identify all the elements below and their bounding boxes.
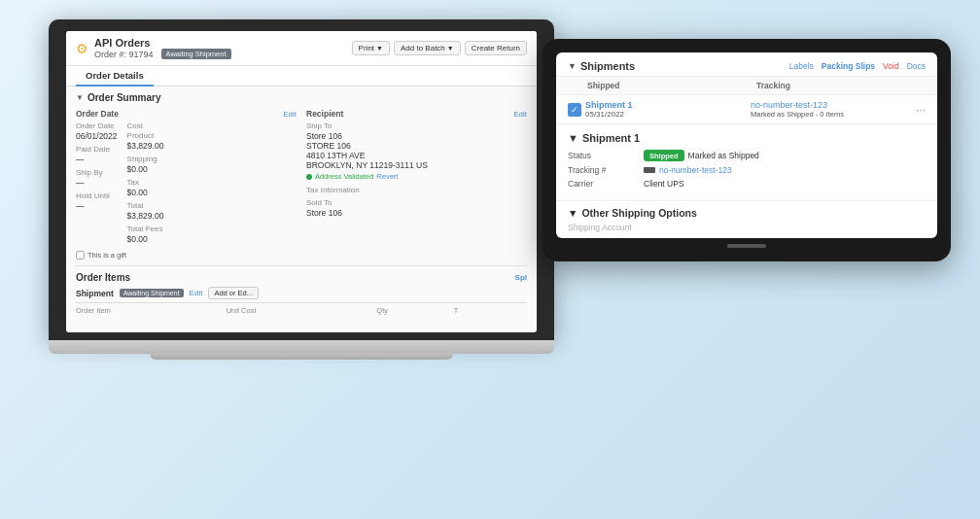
carrier-label: Carrier: [568, 179, 636, 189]
tablet-shipment-name[interactable]: Shipment 1: [585, 100, 747, 110]
shipping-account-label: Shipping Account: [568, 223, 926, 232]
total-fees-label: Total Fees: [127, 225, 164, 233]
nav-docs[interactable]: Docs: [907, 61, 926, 71]
print-button[interactable]: Print ▼: [352, 41, 390, 55]
sold-to-label: Sold To: [306, 198, 527, 207]
sold-to-group: Sold To Store 106: [306, 198, 527, 218]
tablet-shipments-title: Shipments: [580, 60, 635, 72]
tracking-row: Tracking # no-number-test-123: [568, 165, 926, 175]
tablet-shipment-date: 05/31/2022: [585, 110, 747, 119]
carrier-row: Carrier Client UPS: [568, 179, 926, 189]
order-number: Order #: 91794: [94, 50, 154, 59]
app-header-left: ⚙ API Orders Order #: 91794 Awaiting Shi…: [76, 37, 231, 59]
shipment-row: Shipment Awaiting Shipment Edit Add or E…: [76, 287, 527, 299]
col-shipped-header: Shipped: [587, 81, 756, 90]
col-tracking-header: Tracking: [756, 81, 926, 90]
tablet-shipments-chevron: ▼: [568, 61, 577, 71]
cost-col: Cost Product $3,829.00 Shipping $0.00: [127, 121, 164, 248]
sold-to-value: Store 106: [306, 208, 527, 218]
ship-to-label: Ship To: [306, 121, 527, 130]
left-edit-link[interactable]: Edit: [283, 110, 297, 119]
revert-link[interactable]: Revert: [376, 172, 398, 181]
split-link[interactable]: Spl: [515, 273, 527, 282]
order-items-header: Order Items Spl: [76, 272, 527, 283]
app-header: ⚙ API Orders Order #: 91794 Awaiting Shi…: [66, 31, 537, 66]
add-edit-button[interactable]: Add or Ed...: [208, 287, 259, 299]
tablet-tracking-info: no-number-test-123 Marked as Shipped - 0…: [751, 100, 912, 119]
product-value: $3,829.00: [127, 141, 164, 151]
status-row: Status Shipped Marked as Shipped: [568, 150, 926, 161]
order-fields-grid: Order Date 06/01/2022 Paid Date — Ship B…: [76, 121, 297, 248]
tracking-value[interactable]: no-number-test-123: [659, 165, 732, 175]
add-to-batch-button[interactable]: Add to Batch ▼: [394, 41, 461, 55]
address-validated-row: Address Validated Revert: [306, 172, 527, 181]
ship-by-field: Ship By —: [76, 168, 118, 188]
tablet-shipment-info: Shipment 1 05/31/2022: [585, 100, 747, 119]
order-summary-right: Recipient Edit Ship To Store 106 STORE 1…: [306, 109, 527, 260]
tablet-shipment-row[interactable]: ✓ Shipment 1 05/31/2022 no-number-test-1…: [556, 95, 937, 124]
tablet-tracking-sub: Marked as Shipped - 0 Items: [751, 110, 912, 119]
ship-by-label: Ship By: [76, 168, 118, 177]
tablet-bezel: ▼ Shipments Labels Packing Slips Void Do…: [542, 39, 951, 261]
tab-bar: Order Details: [66, 66, 537, 86]
col-unit-cost: Unit Cost: [227, 306, 373, 315]
other-shipping-label: Other Shipping Options: [581, 207, 696, 219]
col-qty: Qty: [376, 306, 449, 315]
order-summary-body: Order Date Edit Order Date 06/01/2022 Pa: [76, 109, 527, 260]
other-chevron-icon: ▼: [568, 207, 578, 219]
col-check: [568, 81, 587, 90]
order-summary-left: Order Date Edit Order Date 06/01/2022 Pa: [76, 109, 297, 260]
nav-void[interactable]: Void: [883, 61, 899, 71]
tab-order-details[interactable]: Order Details: [76, 66, 154, 86]
tax-value: $0.00: [127, 188, 164, 197]
product-field: Product $3,829.00: [127, 131, 164, 151]
row-more-icon[interactable]: ···: [916, 103, 926, 117]
gift-checkbox-row: This is a gift: [76, 251, 297, 260]
status-text: Marked as Shipped: [688, 151, 759, 160]
shipping-field: Shipping $0.00: [127, 155, 164, 174]
shipping-label: Shipping: [127, 155, 164, 163]
laptop-screen: ⚙ API Orders Order #: 91794 Awaiting Shi…: [66, 31, 537, 332]
table-header-row: Order Item Unit Cost Qty T: [76, 302, 527, 315]
app-title: API Orders: [94, 37, 231, 49]
tablet-device: ▼ Shipments Labels Packing Slips Void Do…: [542, 39, 951, 261]
col-t: T: [454, 306, 527, 315]
tablet-shipments-header: ▼ Shipments Labels Packing Slips Void Do…: [556, 52, 937, 77]
laptop-bezel: ⚙ API Orders Order #: 91794 Awaiting Shi…: [49, 19, 554, 340]
shipment-edit-link[interactable]: Edit: [190, 289, 203, 297]
nav-labels[interactable]: Labels: [789, 61, 814, 71]
laptop-base: [49, 340, 554, 354]
recipient-header: Recipient: [306, 109, 343, 119]
shipment-status-badge: Awaiting Shipment: [120, 289, 184, 297]
order-summary-title: Order Summary: [88, 92, 161, 103]
order-date-label: Order Date: [76, 121, 118, 130]
status-badge: Shipped: [644, 150, 684, 161]
tablet-shipment-detail-title: Shipment 1: [582, 132, 640, 144]
order-items-title: Order Items: [76, 272, 130, 283]
create-return-button[interactable]: Create Return: [465, 41, 527, 55]
order-date-value: 06/01/2022: [76, 131, 118, 141]
tablet-tracking-num[interactable]: no-number-test-123: [751, 100, 912, 110]
tracking-num-label: Tracking #: [568, 165, 636, 175]
shipping-value: $0.00: [127, 164, 164, 174]
tax-field: Tax $0.00: [127, 178, 164, 197]
gift-checkbox[interactable]: [76, 251, 85, 260]
app-title-group: API Orders Order #: 91794 Awaiting Shipm…: [94, 37, 231, 59]
tablet-shipment-detail-header: ▼ Shipment 1: [568, 132, 926, 144]
nav-packing-slips[interactable]: Packing Slips: [822, 61, 875, 71]
content-area: ▼ Order Summary Order Date Edit: [66, 86, 537, 329]
tablet-home-bar: [727, 244, 766, 248]
col-order-item: Order Item: [76, 306, 223, 315]
detail-chevron-icon: ▼: [568, 132, 578, 144]
tablet-nav-links: Labels Packing Slips Void Docs: [789, 61, 926, 71]
gear-icon: ⚙: [76, 41, 88, 56]
laptop-device: ⚙ API Orders Order #: 91794 Awaiting Shi…: [49, 19, 554, 360]
hold-until-value: —: [76, 201, 118, 211]
tracking-num-value: no-number-test-123: [644, 165, 732, 175]
total-fees-value: $0.00: [127, 234, 164, 244]
right-edit-link[interactable]: Edit: [513, 110, 527, 119]
shipment-checkbox[interactable]: ✓: [568, 103, 581, 117]
order-summary-header: ▼ Order Summary: [76, 92, 527, 103]
summary-chevron-icon: ▼: [76, 93, 84, 102]
paid-date-label: Paid Date: [76, 145, 118, 154]
